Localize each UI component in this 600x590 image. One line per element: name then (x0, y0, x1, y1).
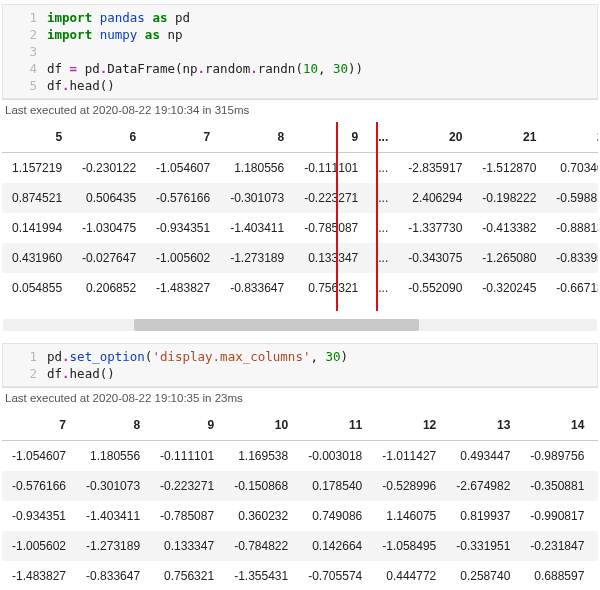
code-input-1[interactable]: 1import pandas as pd2import numpy as np3… (2, 4, 598, 99)
table-cell: -0.003018 (298, 441, 372, 472)
table-cell: 0.688597 (520, 561, 594, 590)
table-cell: -0.990817 (520, 501, 594, 531)
table-cell: 1.159357 (594, 561, 598, 590)
table-cell: -0.864119 (594, 531, 598, 561)
code-cell-1: 1import pandas as pd2import numpy as np3… (2, 4, 598, 311)
table-cell: 1.169538 (224, 441, 298, 472)
column-header: ... (368, 122, 398, 153)
code-line[interactable]: 2import numpy as np (3, 26, 597, 43)
code-input-2[interactable]: 1pd.set_option('display.max_columns', 30… (2, 343, 598, 387)
table-cell: -0.598813 (546, 183, 598, 213)
column-header: 7 (146, 122, 220, 153)
table-cell: -0.027647 (72, 243, 146, 273)
table-cell: -2.835917 (398, 153, 472, 184)
table-cell: ... (368, 273, 398, 303)
table-cell: -1.355431 (224, 561, 298, 590)
table-cell: -1.273189 (220, 243, 294, 273)
table-cell: 0.431960 (2, 243, 72, 273)
table-row: 0.141994-1.030475-0.934351-1.403411-0.78… (2, 213, 598, 243)
table-cell: -1.011427 (372, 441, 446, 472)
column-header: 20 (398, 122, 472, 153)
table-cell: 0.505857 (594, 441, 598, 472)
code-text[interactable]: df.head() (47, 77, 115, 94)
table-cell: -0.785087 (294, 213, 368, 243)
table-cell: -0.111101 (294, 153, 368, 184)
table-row: -0.576166-0.301073-0.223271-0.1508680.17… (2, 471, 598, 501)
horizontal-scrollbar[interactable] (3, 319, 597, 331)
column-header: 14 (520, 410, 594, 441)
table-cell: -0.528996 (372, 471, 446, 501)
table-row: -0.934351-1.403411-0.7850870.3602320.749… (2, 501, 598, 531)
table-cell: -1.483827 (2, 561, 76, 590)
column-header: 8 (76, 410, 150, 441)
table-row: 0.0548550.206852-1.483827-0.8336470.7563… (2, 273, 598, 303)
line-number: 5 (3, 77, 47, 94)
table-cell: 1.157219 (2, 153, 72, 184)
table-cell: -1.403411 (76, 501, 150, 531)
table-cell: -1.403411 (220, 213, 294, 243)
table-cell: 1.146075 (372, 501, 446, 531)
table-cell: 0.854314 (594, 501, 598, 531)
line-number: 3 (3, 43, 47, 60)
table-cell: -0.667131 (546, 273, 598, 303)
code-line[interactable]: 3 (3, 43, 597, 60)
column-header: 13 (446, 410, 520, 441)
table-cell: 1.180556 (220, 153, 294, 184)
column-header: 22 (546, 122, 598, 153)
table-cell: ... (368, 183, 398, 213)
code-line[interactable]: 1import pandas as pd (3, 9, 597, 26)
table-cell: 0.493447 (446, 441, 520, 472)
table-cell: 0.506435 (72, 183, 146, 213)
code-text[interactable]: import pandas as pd (47, 9, 190, 26)
dataframe-output-1: 56789...202122231.157219-0.230122-1.0546… (2, 122, 598, 311)
table-cell: 0.756321 (150, 561, 224, 590)
dataframe-table-1: 56789...202122231.157219-0.230122-1.0546… (2, 122, 598, 303)
line-number: 2 (3, 365, 47, 382)
line-number: 2 (3, 26, 47, 43)
table-row: 1.157219-0.230122-1.0546071.180556-0.111… (2, 153, 598, 184)
table-cell: -0.576166 (146, 183, 220, 213)
table-cell: 0.206852 (72, 273, 146, 303)
table-cell: 0.444772 (372, 561, 446, 590)
table-cell: 0.141994 (2, 213, 72, 243)
table-cell: -0.934351 (146, 213, 220, 243)
table-cell: -0.301073 (76, 471, 150, 501)
table-cell: -1.265080 (472, 243, 546, 273)
exec-info-2: Last executed at 2020-08-22 19:10:35 in … (2, 387, 598, 408)
code-line[interactable]: 4df = pd.DataFrame(np.random.randn(10, 3… (3, 60, 597, 77)
table-cell: 0.360232 (224, 501, 298, 531)
table-cell: 0.749086 (298, 501, 372, 531)
table-cell: -0.223271 (294, 183, 368, 213)
table-cell: -0.343075 (398, 243, 472, 273)
table-cell: 1.180556 (76, 441, 150, 472)
table-cell: -1.005602 (2, 531, 76, 561)
code-text[interactable]: df = pd.DataFrame(np.random.randn(10, 30… (47, 60, 363, 77)
table-cell: ... (368, 243, 398, 273)
column-header: 11 (298, 410, 372, 441)
table-cell: 1.652533 (594, 471, 598, 501)
table-cell: -0.111101 (150, 441, 224, 472)
table-cell: -0.934351 (2, 501, 76, 531)
table-cell: -1.273189 (76, 531, 150, 561)
table-cell: -1.337730 (398, 213, 472, 243)
dataframe-output-2: 789101112131415-1.0546071.180556-0.11110… (2, 410, 598, 590)
code-line[interactable]: 1pd.set_option('display.max_columns', 30… (3, 348, 597, 365)
table-cell: 2.406294 (398, 183, 472, 213)
code-text[interactable]: import numpy as np (47, 26, 183, 43)
table-cell: -0.198222 (472, 183, 546, 213)
table-cell: -0.413382 (472, 213, 546, 243)
column-header: 21 (472, 122, 546, 153)
code-cell-2: 1pd.set_option('display.max_columns', 30… (2, 343, 598, 590)
code-text[interactable]: df.head() (47, 365, 115, 382)
table-cell: 0.874521 (2, 183, 72, 213)
code-text[interactable]: pd.set_option('display.max_columns', 30) (47, 348, 348, 365)
table-cell: 0.756321 (294, 273, 368, 303)
table-cell: -1.512870 (472, 153, 546, 184)
code-line[interactable]: 2df.head() (3, 365, 597, 382)
scrollbar-thumb[interactable] (134, 319, 419, 331)
column-header: 12 (372, 410, 446, 441)
table-row: -1.483827-0.8336470.756321-1.355431-0.70… (2, 561, 598, 590)
column-header: 9 (294, 122, 368, 153)
table-cell: -0.833647 (76, 561, 150, 590)
code-line[interactable]: 5df.head() (3, 77, 597, 94)
